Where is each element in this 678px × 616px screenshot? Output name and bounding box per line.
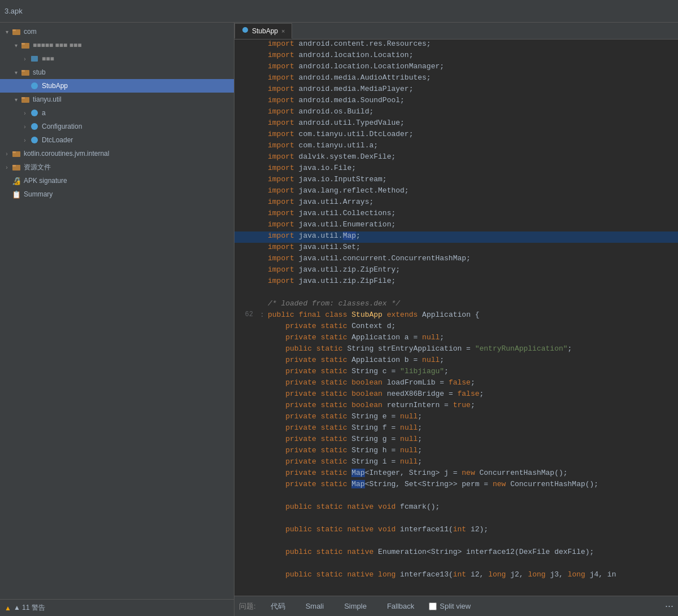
apk-label: 3.apk: [5, 7, 23, 15]
split-view-checkbox-wrap[interactable]: Split view: [429, 602, 471, 610]
code-line-map-highlight: import java.util.Map;: [234, 231, 678, 243]
editor-panel: StubApp × import android.content.res.Res…: [234, 23, 678, 616]
arrow-pkg2: ▾: [11, 42, 20, 49]
code-editor[interactable]: import android.content.res.Resources; im…: [234, 40, 678, 596]
main-area: ▾ com ▾ ■■■■■ ■■■ ■■■ ›: [0, 23, 678, 616]
svg-point-11: [31, 123, 38, 130]
arrow-com: ▾: [2, 29, 11, 35]
code-line-blank: [234, 288, 678, 299]
code-line: public static native void fcmark();: [234, 503, 678, 514]
tree-label-kotlin: kotlin.coroutines.jvm.internal: [24, 150, 234, 158]
class-icon-stubapp: [29, 81, 40, 91]
tree-item-tianyu[interactable]: ▾ tianyu.util: [0, 93, 234, 106]
svg-point-10: [31, 110, 38, 116]
arrow-resources: ›: [2, 164, 11, 171]
code-line: import java.util.Collections;: [234, 209, 678, 220]
code-line: import android.media.AudioAttributes;: [234, 73, 678, 85]
code-line: import android.media.SoundPool;: [234, 96, 678, 107]
code-line-comment: /* loaded from: classes.dex */: [234, 299, 678, 311]
code-line: private static Application b = null;: [234, 356, 678, 367]
svg-rect-4: [31, 56, 38, 62]
code-line-62: 62 : public final class StubApp extends …: [234, 311, 678, 322]
code-line: import java.lang.reflect.Method;: [234, 186, 678, 198]
file-tree: ▾ com ▾ ■■■■■ ■■■ ■■■ ›: [0, 23, 234, 599]
res-icon: [29, 54, 40, 64]
tree-label-stubapp: StubApp: [42, 82, 234, 90]
arrow-stub: ▾: [11, 69, 20, 76]
tree-item-res[interactable]: › ■■■: [0, 52, 234, 65]
code-line: private static String i = null;: [234, 457, 678, 469]
code-line: import java.util.Set;: [234, 243, 678, 254]
tree-item-configuration[interactable]: › Configuration: [0, 120, 234, 133]
svg-point-7: [31, 82, 38, 89]
code-line: import android.location.Location;: [234, 51, 678, 62]
code-line: private static boolean loadFromLib = fal…: [234, 378, 678, 390]
tree-item-com[interactable]: ▾ com: [0, 25, 234, 38]
tree-item-a[interactable]: › a: [0, 106, 234, 120]
code-line: private static String h = null;: [234, 446, 678, 457]
tree-label-pkg2: ■■■■■ ■■■ ■■■: [33, 41, 234, 49]
code-line-blank: [234, 536, 678, 548]
sidebar: ▾ com ▾ ■■■■■ ■■■ ■■■ ›: [0, 23, 234, 616]
sidebar-status-bar: ▲ ▲ 11 警告: [0, 599, 234, 616]
code-line: public static native Enumeration<String>…: [234, 548, 678, 559]
code-line: import com.tianyu.util.DtcLoader;: [234, 130, 678, 141]
svg-point-17: [242, 27, 248, 33]
tree-label-res: ■■■: [42, 55, 234, 63]
tab-smali-btn[interactable]: Smali: [300, 600, 330, 613]
code-line: import java.util.zip.ZipEntry;: [234, 265, 678, 277]
folder-icon-com: [11, 27, 21, 37]
top-bar: 3.apk: [0, 0, 678, 23]
tree-label-resources: 资源文件: [24, 163, 234, 172]
tree-item-pkg2[interactable]: ▾ ■■■■■ ■■■ ■■■: [0, 38, 234, 52]
code-line-map1: private static Map<Integer, String> j = …: [234, 469, 678, 480]
code-line: private static String f = null;: [234, 423, 678, 435]
tree-item-stubapp[interactable]: StubApp: [0, 79, 234, 93]
code-line-blank: [234, 514, 678, 525]
arrow-configuration: ›: [20, 124, 29, 130]
code-line: import java.io.File;: [234, 164, 678, 175]
svg-point-12: [31, 137, 38, 143]
sig-icon: 🔏: [11, 176, 21, 186]
problem-label: 问题:: [239, 601, 256, 611]
code-line: public static String strEntryApplication…: [234, 344, 678, 356]
tree-item-dtcloader[interactable]: › DtcLoader: [0, 133, 234, 147]
split-view-checkbox[interactable]: [429, 602, 437, 610]
code-line: import android.media.MediaPlayer;: [234, 85, 678, 96]
code-line: private static String e = null;: [234, 412, 678, 423]
tree-label-tianyu: tianyu.util: [33, 95, 234, 103]
tree-label-dtcloader: DtcLoader: [42, 136, 234, 144]
code-line: public static native long interface13(in…: [234, 570, 678, 582]
tree-item-stub[interactable]: ▾ stub: [0, 65, 234, 79]
svg-rect-14: [12, 151, 16, 153]
tree-item-resources[interactable]: › 资源文件: [0, 160, 234, 174]
tab-stubapp[interactable]: StubApp ×: [234, 23, 292, 39]
code-line-blank: [234, 559, 678, 570]
code-line: public static native void interface11(in…: [234, 525, 678, 536]
svg-rect-3: [21, 43, 25, 45]
folder-icon-resources: [11, 162, 21, 172]
tab-close-btn[interactable]: ×: [281, 28, 285, 34]
tree-item-summary[interactable]: 📋 Summary: [0, 187, 234, 201]
code-line: private static boolean returnIntern = tr…: [234, 401, 678, 412]
tab-bar: StubApp ×: [234, 23, 678, 40]
tree-item-kotlin[interactable]: › kotlin.coroutines.jvm.internal: [0, 147, 234, 160]
more-btn[interactable]: ···: [665, 600, 673, 612]
code-line: private static String c = "libjiagu";: [234, 367, 678, 378]
code-line: import android.content.res.Resources;: [234, 40, 678, 51]
tree-item-apksig[interactable]: 🔏 APK signature: [0, 174, 234, 187]
arrow-a: ›: [20, 110, 29, 116]
class-icon-dtcloader: [29, 135, 40, 145]
tab-fallback-btn[interactable]: Fallback: [381, 600, 420, 613]
folder-icon-pkg2: [20, 40, 31, 50]
arrow-res: ›: [20, 56, 29, 62]
svg-rect-9: [21, 97, 25, 99]
arrow-kotlin: ›: [2, 151, 11, 157]
tree-label-a: a: [42, 109, 234, 117]
svg-rect-6: [21, 70, 25, 72]
tab-simple-btn[interactable]: Simple: [338, 600, 372, 613]
code-line: private static String g = null;: [234, 435, 678, 446]
code-line: import android.os.Build;: [234, 107, 678, 119]
tab-code-btn[interactable]: 代码: [265, 599, 291, 614]
warning-icon: ▲: [5, 604, 11, 612]
